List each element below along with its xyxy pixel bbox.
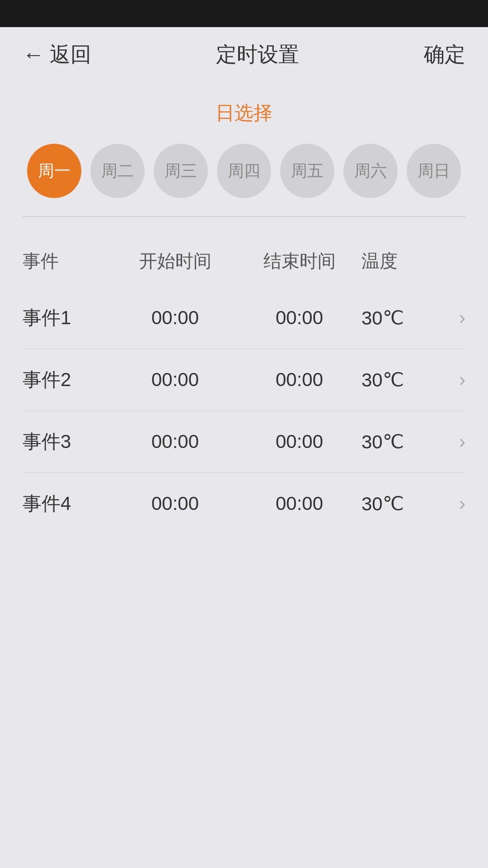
col-header-end: 结束时间 bbox=[237, 249, 361, 274]
section-divider bbox=[23, 216, 465, 217]
header: ← 返回 定时设置 确定 bbox=[0, 27, 488, 82]
day-selection-section: 日选择 周一 周二 周三 周四 周五 周六 周日 bbox=[0, 82, 488, 216]
table-header-row: 事件 开始时间 结束时间 温度 bbox=[23, 240, 465, 283]
event-row-2[interactable]: 事件2 00:00 00:00 30℃ › bbox=[23, 349, 465, 411]
event-row-4[interactable]: 事件4 00:00 00:00 30℃ › bbox=[23, 473, 465, 534]
col-header-temp: 温度 bbox=[361, 249, 443, 274]
back-arrow-icon: ← bbox=[23, 44, 44, 66]
event-2-start: 00:00 bbox=[113, 369, 237, 391]
event-row-3[interactable]: 事件3 00:00 00:00 30℃ › bbox=[23, 411, 465, 473]
day-selection-title: 日选择 bbox=[23, 100, 465, 126]
day-buttons-row: 周一 周二 周三 周四 周五 周六 周日 bbox=[23, 144, 465, 198]
day-button-sun[interactable]: 周日 bbox=[407, 144, 461, 198]
event-2-temp: 30℃ bbox=[361, 369, 443, 391]
event-3-name: 事件3 bbox=[23, 429, 113, 454]
event-4-start: 00:00 bbox=[113, 493, 237, 514]
event-1-name: 事件1 bbox=[23, 305, 113, 330]
event-4-end: 00:00 bbox=[237, 493, 361, 514]
day-button-thu[interactable]: 周四 bbox=[217, 144, 271, 198]
day-button-fri[interactable]: 周五 bbox=[280, 144, 334, 198]
event-3-temp: 30℃ bbox=[361, 431, 443, 453]
event-2-end: 00:00 bbox=[237, 369, 361, 391]
event-4-arrow-icon: › bbox=[443, 493, 465, 514]
event-3-start: 00:00 bbox=[113, 431, 237, 453]
day-button-mon[interactable]: 周一 bbox=[27, 144, 81, 198]
page-title: 定时设置 bbox=[216, 41, 299, 69]
event-4-name: 事件4 bbox=[23, 491, 113, 516]
event-row-1[interactable]: 事件1 00:00 00:00 30℃ › bbox=[23, 287, 465, 349]
event-1-arrow-icon: › bbox=[443, 307, 465, 329]
event-1-temp: 30℃ bbox=[361, 307, 443, 329]
event-3-arrow-icon: › bbox=[443, 431, 465, 453]
day-button-wed[interactable]: 周三 bbox=[154, 144, 208, 198]
event-2-name: 事件2 bbox=[23, 367, 113, 392]
back-label: 返回 bbox=[50, 41, 91, 69]
event-1-start: 00:00 bbox=[113, 307, 237, 329]
event-4-temp: 30℃ bbox=[361, 493, 443, 515]
day-button-sat[interactable]: 周六 bbox=[343, 144, 398, 198]
back-button[interactable]: ← 返回 bbox=[23, 41, 91, 69]
event-3-end: 00:00 bbox=[237, 431, 361, 453]
events-table: 事件 开始时间 结束时间 温度 事件1 00:00 00:00 30℃ › 事件… bbox=[0, 240, 488, 534]
col-header-start: 开始时间 bbox=[113, 249, 237, 274]
event-1-end: 00:00 bbox=[237, 307, 361, 329]
col-header-event: 事件 bbox=[23, 249, 113, 274]
status-bar bbox=[0, 0, 488, 27]
day-button-tue[interactable]: 周二 bbox=[90, 144, 145, 198]
event-2-arrow-icon: › bbox=[443, 369, 465, 391]
confirm-button[interactable]: 确定 bbox=[424, 41, 465, 69]
